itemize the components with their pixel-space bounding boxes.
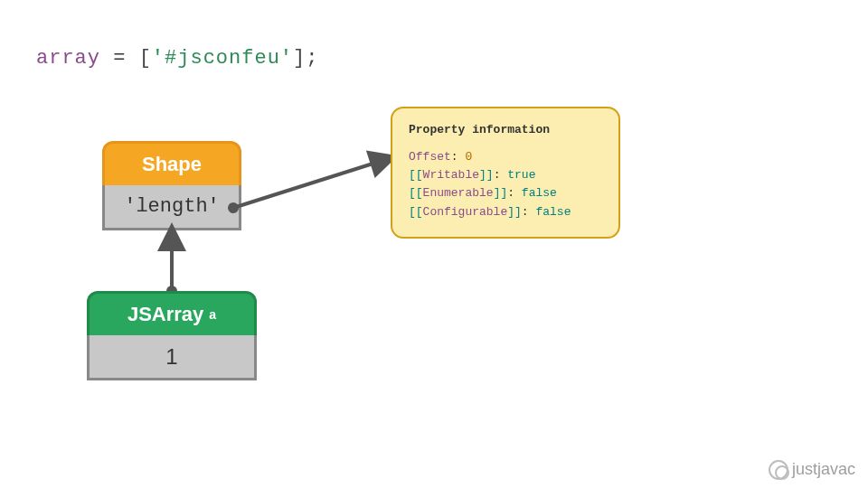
shape-header-box: Shape <box>102 141 241 188</box>
arrow-jsarray-to-shape <box>158 228 185 296</box>
watermark-text: justjavac <box>792 460 855 479</box>
offset-value: 0 <box>465 150 472 164</box>
jsarray-value-cell: 1 <box>87 335 257 380</box>
property-info-panel: Property information Offset: 0 [[Writabl… <box>391 107 620 239</box>
code-variable: array <box>36 47 100 70</box>
arrow-shape-to-info <box>226 149 398 221</box>
writable-value: true <box>507 168 535 182</box>
property-info-title: Property information <box>409 121 602 139</box>
shape-property-cell: 'length' <box>102 185 241 230</box>
configurable-key: Configurable <box>423 205 508 219</box>
shape-property-label: 'length' <box>124 195 220 218</box>
offset-label: Offset <box>409 150 451 164</box>
code-declaration: array = ['#jsconfeu']; <box>36 47 318 70</box>
code-rbracket: ]; <box>293 47 318 70</box>
jsarray-value: 1 <box>165 344 177 370</box>
configurable-value: false <box>535 205 571 219</box>
enumerable-key: Enumerable <box>423 186 494 200</box>
code-string: '#jsconfeu' <box>152 47 293 70</box>
jsarray-header-label: JSArray <box>127 303 203 326</box>
configurable-row: [[Configurable]]: false <box>409 203 602 221</box>
wechat-icon <box>769 459 788 479</box>
code-op: = <box>100 47 139 70</box>
watermark: justjavac <box>769 459 855 479</box>
writable-key: Writable <box>423 168 479 182</box>
enumerable-value: false <box>522 186 557 200</box>
jsarray-header-suffix: a <box>209 307 216 322</box>
offset-row: Offset: 0 <box>409 148 602 166</box>
svg-line-2 <box>233 160 384 208</box>
code-lbracket: [ <box>139 47 152 70</box>
jsarray-header-box: JSArray a <box>87 291 257 338</box>
enumerable-row: [[Enumerable]]: false <box>409 184 602 202</box>
writable-row: [[Writable]]: true <box>409 166 602 184</box>
shape-header-label: Shape <box>142 153 202 176</box>
